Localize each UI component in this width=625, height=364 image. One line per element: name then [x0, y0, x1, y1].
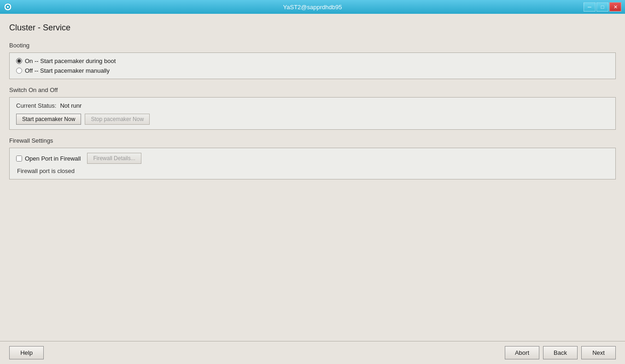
firewall-checkbox-row: Open Port in Firewall Firewall Details..…: [16, 153, 609, 164]
minimize-button[interactable]: ─: [584, 2, 596, 12]
app-icon: [4, 3, 12, 11]
bottom-bar: Help Abort Back Next: [0, 341, 625, 364]
status-row: Current Status: Not runr: [16, 102, 609, 109]
switch-section: Current Status: Not runr Start pacemaker…: [9, 97, 616, 130]
radio-on-item[interactable]: On -- Start pacemaker during boot: [16, 58, 609, 64]
main-content: Cluster - Service Booting On -- Start pa…: [0, 14, 625, 364]
radio-off-item[interactable]: Off -- Start pacemaker manually: [16, 67, 609, 74]
firewall-details-button[interactable]: Firewall Details...: [87, 153, 141, 164]
firewall-label: Firewall Settings: [9, 137, 616, 144]
current-status-value: Not runr: [60, 102, 82, 109]
current-status-label: Current Status:: [16, 102, 56, 109]
firewall-section: Open Port in Firewall Firewall Details..…: [9, 148, 616, 179]
radio-on-label: On -- Start pacemaker during boot: [25, 58, 116, 64]
help-button[interactable]: Help: [9, 346, 44, 359]
close-button[interactable]: ✕: [609, 2, 621, 12]
window-controls: ─ □ ✕: [584, 2, 621, 12]
radio-off-label: Off -- Start pacemaker manually: [25, 67, 110, 74]
booting-radio-group: On -- Start pacemaker during boot Off --…: [16, 58, 609, 74]
stop-pacemaker-button[interactable]: Stop pacemaker Now: [85, 114, 150, 125]
maximize-button[interactable]: □: [596, 2, 608, 12]
booting-section: On -- Start pacemaker during boot Off --…: [9, 52, 616, 79]
window-title: YaST2@sapprdhdb95: [283, 4, 342, 11]
radio-on-input[interactable]: [16, 58, 22, 64]
bottom-right: Abort Back Next: [505, 346, 616, 359]
radio-off-input[interactable]: [16, 68, 22, 74]
titlebar-left: [4, 3, 12, 11]
firewall-status-text: Firewall port is closed: [16, 168, 609, 174]
back-button[interactable]: Back: [543, 346, 578, 359]
abort-button[interactable]: Abort: [505, 346, 539, 359]
start-pacemaker-button[interactable]: Start pacemaker Now: [16, 114, 81, 125]
pacemaker-button-row: Start pacemaker Now Stop pacemaker Now: [16, 114, 609, 125]
svg-point-2: [7, 6, 9, 8]
titlebar: YaST2@sapprdhdb95 ─ □ ✕: [0, 0, 625, 14]
firewall-checkbox[interactable]: [16, 156, 22, 162]
firewall-checkbox-label[interactable]: Open Port in Firewall: [25, 155, 81, 162]
switch-section-label: Switch On and Off: [9, 87, 616, 93]
bottom-left: Help: [9, 346, 44, 359]
booting-label: Booting: [9, 42, 616, 49]
next-button[interactable]: Next: [581, 346, 616, 359]
page-title: Cluster - Service: [9, 23, 616, 33]
